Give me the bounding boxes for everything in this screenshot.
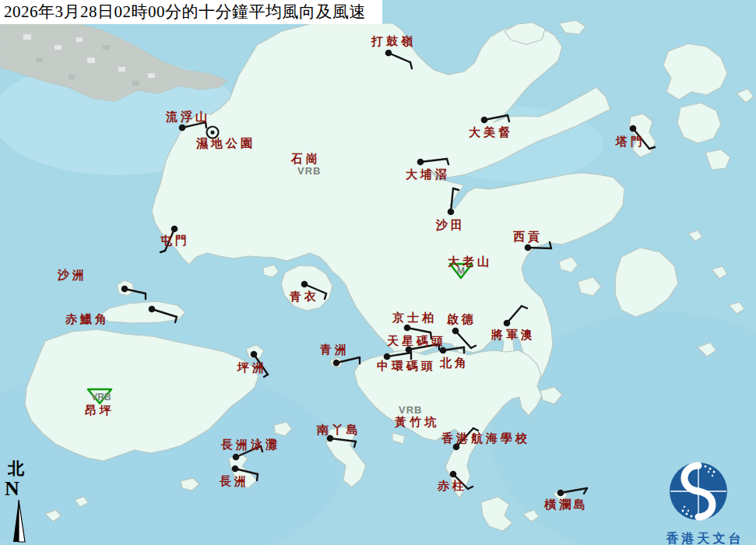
station-label: 塔門: [616, 135, 645, 149]
station-label: 香港航海學校: [441, 431, 530, 446]
station-label: 青洲: [320, 343, 350, 357]
station-label: 大埔滘: [406, 167, 450, 182]
station-label: 西貢: [513, 230, 543, 244]
station-label: 天星碼頭: [387, 334, 446, 349]
north-indicator: 北 N: [3, 458, 34, 545]
north-letter-label: N: [5, 480, 34, 498]
station-label: 坪洲: [237, 360, 267, 375]
station-label: 昂坪: [85, 403, 114, 418]
station-label: 青衣: [290, 290, 319, 304]
station-label: 北角: [440, 356, 469, 371]
station-label: 黃竹坑: [395, 415, 439, 430]
variable-wind-note: VRB: [399, 404, 422, 416]
station-label: 流浮山: [166, 110, 210, 125]
station-label: 屯門: [160, 234, 190, 248]
hko-logo-icon: [654, 455, 756, 527]
station-label: 大美督: [469, 125, 513, 140]
station-label: 大老山: [448, 255, 492, 269]
north-hanzi-label: 北: [8, 458, 34, 480]
station-label: 長洲泳灘: [221, 438, 280, 452]
variable-wind-note: VRB: [297, 165, 321, 177]
station-label: 沙田: [436, 218, 466, 233]
station-label: 京士柏: [392, 311, 437, 325]
station-label: 長洲: [220, 474, 249, 489]
station-label: 沙洲: [58, 268, 87, 283]
north-arrow-icon: [9, 498, 30, 545]
station-label: 啟德: [447, 312, 476, 327]
station-label-layer: 打鼓嶺流浮山濕地公園石崗VRB大美督塔門大埔滘沙田西貢大老山屯門沙洲赤鱲角青衣京…: [0, 0, 756, 545]
station-label: 橫瀾島: [544, 498, 589, 512]
station-label: 中環碼頭: [377, 359, 436, 374]
station-label: 南丫島: [317, 423, 361, 438]
station-label: 濕地公園: [196, 136, 255, 151]
station-label: 將軍澳: [491, 328, 536, 343]
station-label: 打鼓嶺: [371, 34, 416, 49]
wind-map-canvas: MVRB 打鼓嶺流浮山濕地公園石崗VRB大美督塔門大埔滘沙田西貢大老山屯門沙洲赤…: [0, 0, 756, 545]
hko-logo-name-zh: 香港天文台: [654, 531, 756, 545]
station-label: 赤鱲角: [65, 312, 110, 327]
station-label: 赤柱: [438, 479, 467, 494]
hko-logo: 香港天文台 HONG KONG OBSERVATORY: [654, 455, 756, 545]
map-title: 2026年3月28日02時00分的十分鐘平均風向及風速: [0, 0, 382, 24]
